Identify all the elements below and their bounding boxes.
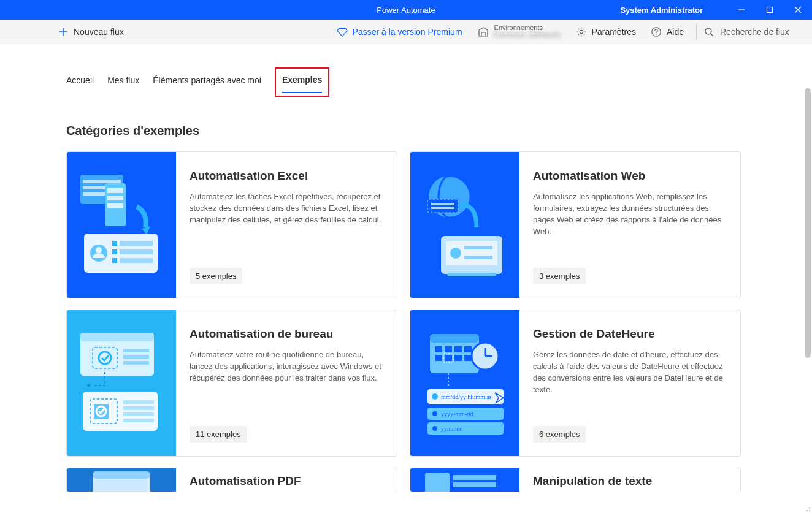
- svg-rect-51: [123, 400, 154, 404]
- help-label: Aide: [667, 27, 684, 37]
- section-title: Catégories d'exemples: [66, 124, 812, 138]
- card-illustration: [67, 152, 176, 298]
- svg-rect-12: [83, 180, 121, 183]
- svg-marker-46: [86, 383, 90, 388]
- card-illustration: [67, 468, 176, 492]
- text-illustration-icon: [419, 468, 511, 492]
- new-flow-label: Nouveau flux: [74, 27, 124, 37]
- card-description: Automatisez votre routine quotidienne de…: [190, 349, 382, 384]
- svg-rect-64: [464, 355, 472, 361]
- svg-text:mm/dd/yy hh:mm:ss: mm/dd/yy hh:mm:ss: [441, 393, 492, 400]
- svg-rect-44: [123, 355, 149, 359]
- command-bar: Nouveau flux Passer à la version Premium…: [0, 20, 812, 44]
- scrollbar-thumb[interactable]: [805, 88, 811, 358]
- svg-rect-57: [435, 346, 442, 352]
- svg-point-6: [580, 30, 583, 33]
- environments-value: Contoso (default): [494, 31, 561, 39]
- example-card-text[interactable]: Manipulation de texte: [410, 468, 741, 492]
- settings-button[interactable]: Paramètres: [570, 23, 642, 41]
- svg-point-86: [806, 510, 808, 511]
- help-button[interactable]: Aide: [645, 23, 690, 41]
- svg-point-87: [809, 507, 810, 509]
- gear-icon: [576, 26, 587, 37]
- tab-my-flows[interactable]: Mes flux: [107, 72, 139, 93]
- card-illustration: mm/dd/yy hh:mm:ss yyyy-mm-dd yymmdd: [410, 310, 519, 456]
- svg-point-7: [652, 27, 661, 36]
- svg-point-71: [432, 393, 438, 400]
- svg-rect-83: [453, 475, 496, 480]
- nav-tabs: Accueil Mes flux Éléments partagés avec …: [66, 67, 812, 97]
- svg-rect-16: [107, 188, 123, 193]
- svg-rect-31: [431, 203, 454, 205]
- resize-grip[interactable]: [803, 504, 811, 512]
- svg-rect-28: [120, 258, 153, 263]
- svg-rect-25: [112, 249, 117, 254]
- svg-point-75: [432, 411, 437, 416]
- close-button[interactable]: [784, 0, 812, 20]
- example-card-desktop[interactable]: Automatisation de bureau Automatisez vot…: [66, 310, 397, 457]
- svg-rect-23: [112, 241, 117, 246]
- environment-picker[interactable]: Environnements Contoso (default): [471, 23, 567, 40]
- example-card-pdf[interactable]: Automatisation PDF: [66, 468, 397, 492]
- maximize-button[interactable]: [756, 0, 784, 20]
- diamond-icon: [337, 26, 348, 37]
- svg-rect-84: [453, 482, 496, 487]
- go-premium-label: Passer à la version Premium: [353, 27, 462, 37]
- card-title: Automatisation PDF: [190, 474, 382, 488]
- datetime-illustration-icon: mm/dd/yy hh:mm:ss yyyy-mm-dd yymmdd: [419, 328, 511, 438]
- example-card-datetime[interactable]: mm/dd/yy hh:mm:ss yyyy-mm-dd yymmdd Gest…: [410, 310, 741, 457]
- tab-shared[interactable]: Éléments partagés avec moi: [153, 72, 261, 93]
- go-premium-button[interactable]: Passer à la version Premium: [331, 23, 469, 41]
- svg-rect-81: [93, 471, 150, 479]
- svg-rect-37: [464, 256, 492, 259]
- svg-point-78: [432, 426, 437, 431]
- card-grid: Automatisation Excel Automatisez les tâc…: [66, 151, 812, 507]
- svg-point-8: [656, 34, 656, 34]
- svg-rect-53: [123, 412, 154, 416]
- svg-point-35: [450, 248, 461, 259]
- svg-rect-38: [447, 273, 496, 276]
- svg-rect-36: [464, 246, 492, 249]
- svg-rect-18: [107, 203, 123, 208]
- new-flow-button[interactable]: Nouveau flux: [52, 23, 130, 41]
- card-title: Automatisation Web: [533, 169, 726, 183]
- card-title: Gestion de DateHeure: [533, 327, 726, 341]
- svg-rect-54: [123, 419, 154, 422]
- minimize-button[interactable]: [727, 0, 756, 20]
- card-title: Manipulation de texte: [533, 474, 726, 488]
- plus-icon: [58, 26, 69, 37]
- svg-rect-45: [123, 361, 149, 365]
- svg-point-9: [705, 28, 711, 34]
- search-input[interactable]: Recherche de flux: [703, 27, 807, 37]
- settings-label: Paramètres: [592, 27, 636, 37]
- svg-rect-58: [445, 346, 452, 352]
- svg-marker-19: [142, 226, 150, 235]
- card-title: Automatisation de bureau: [190, 327, 382, 341]
- scrollbar[interactable]: [805, 88, 811, 468]
- divider: [696, 23, 697, 40]
- card-description: Automatisez les tâches Excel répétitives…: [190, 191, 382, 226]
- user-name[interactable]: System Administrator: [620, 6, 703, 15]
- card-count-badge: 6 exemples: [533, 426, 586, 443]
- card-title: Automatisation Excel: [190, 169, 382, 183]
- svg-text:yyyy-mm-dd: yyyy-mm-dd: [441, 411, 473, 417]
- example-card-web[interactable]: Automatisation Web Automatisez les appli…: [410, 151, 741, 298]
- svg-rect-27: [112, 258, 117, 263]
- svg-rect-59: [454, 346, 462, 352]
- title-bar: Power Automate System Administrator: [0, 0, 812, 20]
- help-icon: [651, 26, 662, 37]
- tab-home[interactable]: Accueil: [66, 72, 94, 93]
- svg-rect-32: [431, 207, 454, 209]
- svg-rect-61: [435, 355, 442, 361]
- svg-rect-77: [427, 422, 504, 435]
- svg-rect-40: [80, 333, 154, 341]
- svg-point-85: [809, 510, 810, 511]
- card-count-badge: 11 exemples: [190, 426, 247, 443]
- window-title: Power Automate: [377, 6, 435, 15]
- example-card-excel[interactable]: Automatisation Excel Automatisez les tâc…: [66, 151, 397, 298]
- card-illustration: [410, 468, 519, 492]
- svg-rect-63: [454, 355, 462, 361]
- tab-examples[interactable]: Exemples: [282, 71, 322, 93]
- svg-line-10: [711, 34, 713, 36]
- desktop-illustration-icon: [75, 328, 167, 438]
